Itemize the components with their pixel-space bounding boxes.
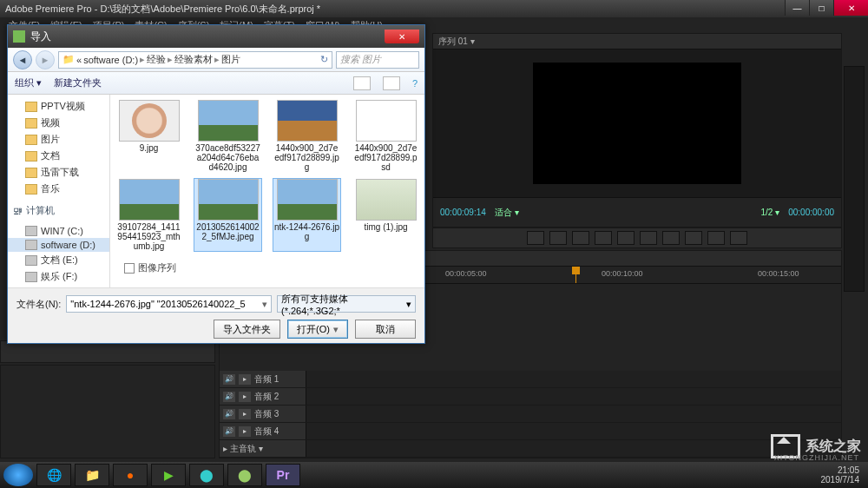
file-thumb [198, 179, 259, 221]
audio-track-2[interactable]: 🔊▸音频 2 [220, 388, 841, 406]
file-thumb [277, 100, 338, 142]
sidebar-drive-c[interactable]: WIN7 (C:) [8, 224, 109, 238]
taskbar-firefox[interactable]: ● [113, 464, 148, 486]
maximize-button[interactable]: □ [809, 0, 833, 16]
track-toggle-icon[interactable]: ▸ [239, 374, 251, 385]
audio-track-4[interactable]: 🔊▸音频 4 [220, 423, 841, 440]
open-button[interactable]: 打开(O)▾ [287, 320, 348, 339]
dialog-close-button[interactable]: ✕ [385, 30, 419, 43]
playhead[interactable] [575, 267, 576, 283]
track-toggle-icon[interactable]: ▸ [239, 426, 251, 437]
sidebar-drive-d[interactable]: software (D:) [8, 238, 109, 252]
sidebar-item-thunder[interactable]: 迅雷下载 [8, 164, 109, 181]
sidebar-drive-f[interactable]: 娱乐 (F:) [8, 268, 109, 285]
file-name: ntk-1244-2676.jpg [273, 222, 340, 241]
checkbox-icon[interactable] [124, 263, 135, 274]
close-button[interactable]: ✕ [833, 0, 868, 16]
file-thumb [356, 179, 417, 221]
start-button[interactable] [3, 464, 33, 486]
import-folder-button[interactable]: 导入文件夹 [214, 320, 280, 339]
taskbar-app-5[interactable]: ⬤ [189, 464, 224, 486]
dialog-titlebar[interactable]: 导入 ✕ [8, 25, 424, 48]
help-icon[interactable]: ? [412, 78, 418, 89]
mark-out-button[interactable] [549, 231, 567, 245]
audio-track-1[interactable]: 🔊▸音频 1 [220, 371, 841, 388]
export-frame-button[interactable] [730, 231, 747, 245]
scale-dropdown[interactable]: 1/2 ▾ [760, 208, 779, 217]
extract-button[interactable] [707, 231, 725, 245]
file-item[interactable]: 39107284_1411954415923_mthumb.jpg [115, 179, 182, 251]
timecode-right[interactable]: 00:00:00:00 [788, 208, 834, 217]
file-item[interactable]: 1440x900_2d7eedf917d28899.jpg [273, 100, 340, 172]
search-input[interactable]: 搜索 图片 [336, 51, 419, 69]
crumb[interactable]: 经验素材 [174, 53, 213, 66]
crumb[interactable]: software (D:) [83, 55, 138, 65]
crumb[interactable]: « [76, 55, 82, 65]
sidebar-drive-e[interactable]: 文档 (E:) [8, 252, 109, 268]
tray-date: 2019/7/14 [821, 475, 860, 485]
file-item[interactable]: 9.jpg [115, 100, 182, 172]
taskbar-app-6[interactable]: ⬤ [227, 464, 262, 486]
step-fwd-button[interactable] [640, 231, 657, 245]
filename-input[interactable]: "ntk-1244-2676.jpg" "20130526140022_5▾ [66, 295, 272, 313]
crumb[interactable]: 经验 [147, 53, 166, 66]
file-item[interactable]: 20130526140022_5fMJe.jpeg [194, 179, 261, 251]
file-name: 20130526140022_5fMJe.jpeg [194, 222, 261, 241]
preview-pane-button[interactable] [383, 76, 400, 90]
file-item[interactable]: timg (1).jpg [352, 179, 419, 251]
organize-menu[interactable]: 组织 ▾ [15, 76, 42, 89]
file-item[interactable]: 1440x900_2d7eedf917d28899.psd [352, 100, 419, 172]
crumb[interactable]: 图片 [221, 53, 240, 66]
file-name: 370ace8df53227a204d64c76ebad4620.jpg [194, 143, 261, 172]
taskbar-explorer[interactable]: 📁 [75, 464, 109, 486]
program-tab[interactable]: 序列 01 ▾ [433, 34, 841, 49]
sidebar-item-documents[interactable]: 文档 [8, 148, 109, 164]
mark-in-button[interactable] [527, 231, 544, 245]
dialog-nav: ◄ ► 📁 « software (D:)▸ 经验▸ 经验素材▸ 图片 ↻ 搜索… [8, 48, 424, 72]
speaker-icon[interactable]: 🔊 [223, 374, 235, 385]
view-mode-button[interactable] [353, 76, 371, 90]
sidebar-item-pictures[interactable]: 图片 [8, 131, 109, 148]
taskbar-player[interactable]: ▶ [151, 464, 186, 486]
project-panel [0, 365, 215, 458]
timecode-left[interactable]: 00:00:09:14 [440, 208, 486, 217]
file-item[interactable]: ntk-1244-2676.jpg [273, 179, 340, 251]
new-folder-button[interactable]: 新建文件夹 [54, 76, 102, 89]
taskbar-app-1[interactable]: 🌐 [36, 464, 71, 486]
sidebar-computer-header[interactable]: 🖳计算机 [8, 201, 109, 221]
speaker-icon[interactable]: 🔊 [223, 426, 235, 437]
speaker-icon[interactable]: 🔊 [223, 392, 235, 402]
goto-in-button[interactable] [572, 231, 589, 245]
audio-meters [844, 66, 865, 292]
file-thumb [198, 100, 259, 142]
forward-button[interactable]: ► [36, 50, 55, 69]
refresh-icon[interactable]: ↻ [320, 54, 328, 65]
taskbar-premiere[interactable]: Pr [266, 464, 300, 486]
system-tray[interactable]: 21:05 2019/7/14 [821, 465, 865, 485]
track-toggle-icon[interactable]: ▸ [239, 392, 251, 402]
track-label: 音频 2 [254, 391, 279, 403]
breadcrumb[interactable]: 📁 « software (D:)▸ 经验▸ 经验素材▸ 图片 ↻ [58, 51, 332, 69]
sidebar-item-music[interactable]: 音乐 [8, 181, 109, 197]
step-back-button[interactable] [595, 231, 612, 245]
play-button[interactable] [617, 231, 635, 245]
file-item[interactable]: 370ace8df53227a204d64c76ebad4620.jpg [194, 100, 261, 172]
track-toggle-icon[interactable]: ▸ [239, 409, 251, 419]
cancel-button[interactable]: 取消 [355, 320, 416, 339]
audio-track-3[interactable]: 🔊▸音频 3 [220, 406, 841, 423]
sidebar-item-video[interactable]: 视频 [8, 115, 109, 131]
goto-out-button[interactable] [662, 231, 680, 245]
file-name: 1440x900_2d7eedf917d28899.jpg [273, 143, 340, 172]
minimize-button[interactable]: — [785, 0, 809, 16]
file-grid[interactable]: 9.jpg 370ace8df53227a204d64c76ebad4620.j… [110, 95, 424, 287]
back-button[interactable]: ◄ [13, 50, 32, 69]
fit-dropdown[interactable]: 适合 ▾ [495, 207, 519, 219]
ruler-mark: 00:00:15:00 [758, 269, 799, 278]
master-track[interactable]: ▸ 主音轨 ▾ [220, 440, 841, 458]
lift-button[interactable] [685, 231, 702, 245]
window-controls: — □ ✕ [785, 0, 868, 16]
image-sequence-checkbox[interactable]: 图像序列 [115, 258, 419, 274]
sidebar-item-pptv[interactable]: PPTV视频 [8, 98, 109, 115]
speaker-icon[interactable]: 🔊 [223, 409, 235, 419]
filetype-filter[interactable]: 所有可支持媒体 (*.264;*.3G2;*▾ [277, 295, 416, 313]
